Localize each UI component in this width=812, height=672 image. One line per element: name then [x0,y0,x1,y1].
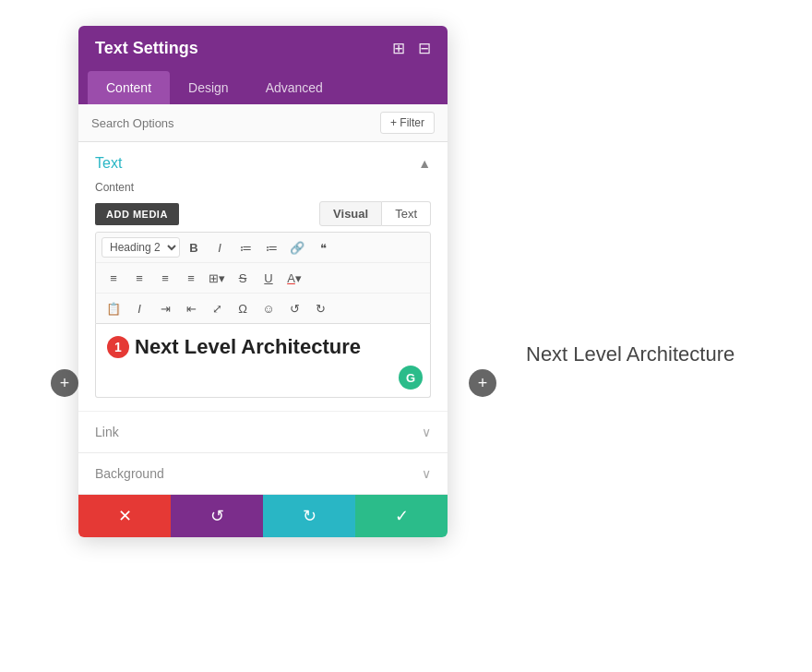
canvas-heading-text: Next Level Architecture [526,342,734,368]
tab-design[interactable]: Design [170,71,247,104]
paste-text-button[interactable]: 📋 [102,296,125,320]
editor-heading-text: Next Level Architecture [135,335,361,359]
fullscreen-button[interactable]: ⤢ [205,296,229,320]
text-section: Text ▲ Content ADD MEDIA Visual Text [78,142,448,412]
tab-visual[interactable]: Visual [319,201,382,226]
align-right-button[interactable]: ≡ [153,266,177,290]
expand-icon[interactable]: ⊞ [392,39,405,58]
link-section[interactable]: Link ∨ [78,412,448,453]
add-row-left-button[interactable]: + [51,369,78,397]
link-chevron-icon: ∨ [422,425,431,439]
header-icons: ⊞ ⊟ [392,39,431,58]
strikethrough-button[interactable]: S [231,266,255,290]
align-justify-button[interactable]: ≡ [179,266,203,290]
quote-button[interactable]: ❝ [311,235,335,259]
italic-button[interactable]: I [208,235,232,259]
grammarly-button[interactable]: G [399,366,423,390]
text-section-header: Text ▲ [95,155,431,172]
table-button[interactable]: ⊞▾ [205,266,229,290]
redo-editor-button[interactable]: ↻ [308,296,332,320]
bold-button[interactable]: B [182,235,206,259]
bottom-toolbar: ✕ ↺ ↻ ✓ [78,495,448,537]
settings-panel: Text Settings ⊞ ⊟ Content Design Advance… [78,26,448,537]
indent-button[interactable]: ⇥ [153,296,177,320]
align-center-button[interactable]: ≡ [127,266,151,290]
save-button[interactable]: ✓ [355,495,448,537]
editor-content[interactable]: 1 Next Level Architecture G [95,324,431,398]
tab-advanced[interactable]: Advanced [247,71,341,104]
format-row-2: ≡ ≡ ≡ ≡ ⊞▾ S U A ▾ [96,263,430,294]
add-row-right-button[interactable]: + [469,369,496,397]
collapse-panel-icon[interactable]: ⊟ [418,39,431,58]
background-label: Background [95,466,164,481]
editor-top-toolbar: ADD MEDIA Visual Text [95,201,431,226]
background-chevron-icon: ∨ [422,466,431,481]
visual-text-tabs: Visual Text [319,201,431,226]
omega-button[interactable]: Ω [231,296,255,320]
outdent-button[interactable]: ⇤ [179,296,203,320]
filter-button[interactable]: + Filter [380,112,435,134]
heading-select[interactable]: Heading 2 [102,237,180,258]
link-label: Link [95,425,119,439]
panel-tabs: Content Design Advanced [78,71,448,104]
align-left-button[interactable]: ≡ [102,266,125,290]
emoji-button[interactable]: ☺ [257,296,281,320]
format-row-3: 📋 I ⇥ ⇤ ⤢ Ω ☺ ↺ ↻ [96,294,430,323]
editor-heading: 1 Next Level Architecture [107,335,419,359]
undo-editor-button[interactable]: ↺ [282,296,306,320]
underline-button[interactable]: U [257,266,281,290]
format-row-1: Heading 2 B I ≔ ≔ 🔗 ❝ [96,233,430,263]
unordered-list-button[interactable]: ≔ [233,235,257,259]
background-section[interactable]: Background ∨ [78,453,448,495]
redo-button[interactable]: ↻ [263,495,355,537]
tab-content[interactable]: Content [88,71,170,104]
link-button[interactable]: 🔗 [285,235,309,259]
cancel-button[interactable]: ✕ [78,495,171,537]
add-media-button[interactable]: ADD MEDIA [95,203,179,225]
italic2-button[interactable]: I [127,296,151,320]
text-section-toggle[interactable]: ▲ [418,156,431,171]
panel-body: Text ▲ Content ADD MEDIA Visual Text [78,142,448,537]
format-toolbar: Heading 2 B I ≔ ≔ 🔗 ❝ ≡ ≡ ≡ ≡ [95,232,431,324]
text-section-title: Text [95,155,122,172]
undo-button[interactable]: ↺ [171,495,263,537]
panel-header: Text Settings ⊞ ⊟ [78,26,448,71]
content-label: Content [95,181,431,194]
canvas-area: Next Level Architecture + + Text Setting… [0,0,812,672]
panel-title: Text Settings [95,39,198,58]
search-input[interactable] [91,116,380,130]
color-button[interactable]: A ▾ [282,266,306,290]
ordered-list-button[interactable]: ≔ [259,235,283,259]
tab-text[interactable]: Text [382,201,431,226]
search-bar: + Filter [78,104,448,142]
number-badge: 1 [107,336,129,358]
